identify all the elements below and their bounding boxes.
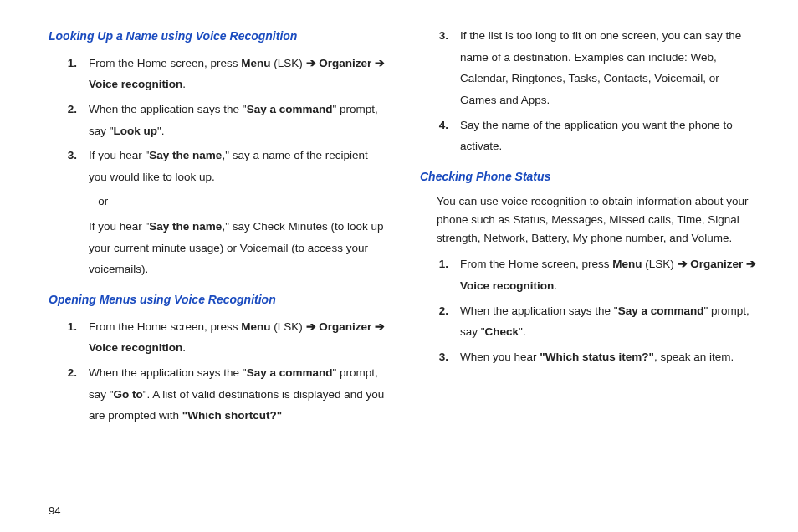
list-body: When you hear "Which status item?", spea… <box>460 346 758 368</box>
list-body: From the Home screen, press Menu (LSK) ➔… <box>89 316 386 359</box>
list-item: 3. If the list is too long to fit on one… <box>420 25 758 111</box>
list-body: When the application says the "Say a com… <box>89 99 386 141</box>
list-opening-menus-cont: 3. If the list is too long to fit on one… <box>420 25 758 157</box>
list-body: If the list is too long to fit on one sc… <box>460 25 758 111</box>
list-item: 4. Say the name of the application you w… <box>420 115 758 157</box>
list-item: 3. When you hear "Which status item?", s… <box>420 346 758 368</box>
list-checking-status: 1. From the Home screen, press Menu (LSK… <box>420 253 758 367</box>
list-number: 1. <box>420 253 460 296</box>
list-body: Say the name of the application you want… <box>460 115 758 157</box>
list-number: 1. <box>49 53 89 95</box>
intro-paragraph: You can use voice recognition to obtain … <box>437 192 758 247</box>
page-number: 94 <box>49 504 60 517</box>
left-column: Looking Up a Name using Voice Recognitio… <box>49 25 386 430</box>
list-number: 2. <box>420 300 460 343</box>
list-item: 1. From the Home screen, press Menu (LSK… <box>49 53 386 95</box>
list-number: 2. <box>49 362 89 427</box>
heading-checking-status: Checking Phone Status <box>420 166 758 188</box>
list-number: 3. <box>420 25 460 111</box>
list-body: When the application says the "Say a com… <box>460 300 758 343</box>
list-item: 2. When the application says the "Say a … <box>49 99 386 141</box>
list-body: From the Home screen, press Menu (LSK) ➔… <box>89 53 386 95</box>
list-number: 2. <box>49 99 89 141</box>
list-item: 1. From the Home screen, press Menu (LSK… <box>49 316 386 359</box>
right-column: 3. If the list is too long to fit on one… <box>420 25 758 430</box>
list-item: 1. From the Home screen, press Menu (LSK… <box>420 253 758 296</box>
list-number: 1. <box>49 316 89 359</box>
list-body: If you hear "Say the name," say a name o… <box>89 145 386 280</box>
or-divider: – or – <box>89 191 386 212</box>
list-number: 3. <box>49 145 89 280</box>
heading-looking-up: Looking Up a Name using Voice Recognitio… <box>49 25 386 48</box>
list-body: When the application says the "Say a com… <box>89 362 386 427</box>
list-item: 3. If you hear "Say the name," say a nam… <box>49 145 386 280</box>
list-number: 3. <box>420 346 460 368</box>
list-number: 4. <box>420 115 460 157</box>
list-opening-menus: 1. From the Home screen, press Menu (LSK… <box>49 316 386 427</box>
list-looking-up: 1. From the Home screen, press Menu (LSK… <box>49 53 386 280</box>
list-item: 2. When the application says the "Say a … <box>420 300 758 343</box>
list-item: 2. When the application says the "Say a … <box>49 362 386 427</box>
heading-opening-menus: Opening Menus using Voice Recognition <box>49 289 386 311</box>
list-body: From the Home screen, press Menu (LSK) ➔… <box>460 253 758 296</box>
